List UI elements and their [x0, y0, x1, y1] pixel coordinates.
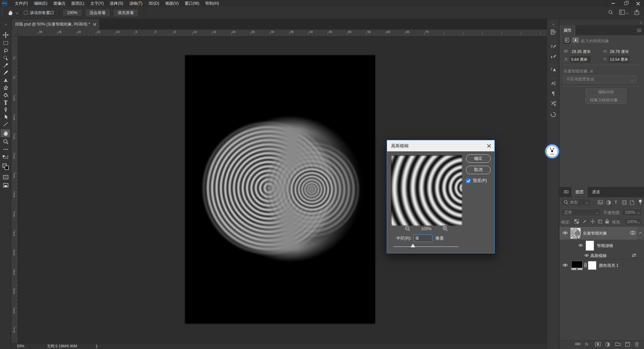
workspace-chevron[interactable]: [626, 11, 629, 14]
radius-slider-thumb[interactable]: [411, 244, 415, 247]
menu-item-9[interactable]: 视图(V): [162, 0, 182, 7]
edit-content-button[interactable]: 编辑内容: [586, 89, 627, 96]
x-input[interactable]: 5.64 厘米: [570, 56, 591, 63]
move-tool[interactable]: [2, 32, 9, 38]
filter-adjustment-icon[interactable]: [606, 200, 611, 206]
brush-tool[interactable]: [2, 69, 9, 76]
dock-expand-icon[interactable]: «: [552, 22, 554, 26]
filter-type-icon[interactable]: T: [614, 200, 617, 205]
tab-layers[interactable]: 图层: [572, 187, 588, 197]
smart-object-button[interactable]: [563, 37, 571, 44]
layer-row-vector-smart-object[interactable]: 矢量智能对象: [559, 227, 644, 240]
visibility-eye-icon[interactable]: [584, 253, 589, 258]
document-tab[interactable]: 排版.psd @ 50% (矢量智能对象, RGB/8) *: [12, 19, 99, 30]
lock-transparency-icon[interactable]: [574, 219, 579, 225]
visibility-eye-icon[interactable]: [578, 243, 583, 248]
adjustment-layer-icon[interactable]: [605, 342, 610, 348]
swirl-panel-icon[interactable]: [550, 111, 557, 118]
menu-item-8[interactable]: 3D(D): [146, 0, 162, 7]
smart-filter-icon[interactable]: [630, 231, 636, 236]
gaussian-blur-filter-row[interactable]: 高斯模糊: [559, 252, 644, 259]
dialog-close-icon[interactable]: [487, 144, 491, 148]
tool-preset-chevron[interactable]: [16, 11, 18, 14]
zoom-100-button[interactable]: 100%: [62, 9, 82, 16]
menu-item-1[interactable]: 文件(F): [12, 0, 31, 7]
panel-collapse-icon[interactable]: »: [640, 21, 641, 24]
tab-close-icon[interactable]: [93, 23, 96, 26]
layer-row-color-fill[interactable]: 颜色填充 1: [559, 260, 644, 271]
pen-tool[interactable]: [2, 106, 9, 113]
layer-comp-dropdown[interactable]: 不应用图层复合: [563, 76, 637, 83]
visibility-eye-icon[interactable]: [562, 263, 568, 268]
fill-layer-thumbnail[interactable]: [571, 261, 583, 270]
eraser-tool[interactable]: [2, 84, 9, 91]
screenmode-tool[interactable]: [2, 182, 9, 189]
dialog-title-bar[interactable]: 高斯模糊: [387, 140, 494, 151]
filter-smartobj-icon[interactable]: [630, 200, 634, 206]
tab-properties[interactable]: 属性: [559, 25, 576, 35]
radius-slider-track[interactable]: [393, 246, 459, 247]
filter-shape-icon[interactable]: [622, 200, 627, 206]
lock-image-icon[interactable]: [582, 219, 587, 225]
zoomtool-tool[interactable]: [2, 138, 9, 145]
layer-thumbnail[interactable]: [571, 228, 581, 239]
collapse-filters-chevron[interactable]: [639, 232, 642, 235]
status-zoom-level[interactable]: 50%: [11, 343, 30, 349]
menu-item-4[interactable]: 图层(L): [68, 0, 88, 7]
clipboard-panel-icon[interactable]: [550, 29, 557, 36]
bucket-tool[interactable]: [2, 92, 9, 98]
plugin-badge[interactable]: 行森志: [544, 144, 560, 159]
fill-field[interactable]: 100%: [624, 218, 642, 226]
lock-position-icon[interactable]: [590, 219, 595, 225]
menu-item-3[interactable]: 图像(I): [50, 0, 68, 7]
layer-style-icon[interactable]: fx: [585, 342, 588, 347]
lock-all-icon[interactable]: [605, 219, 609, 225]
eyedrop-tool[interactable]: [2, 62, 9, 69]
quicksel-tool[interactable]: [2, 55, 9, 61]
tab-channels[interactable]: 通道: [588, 187, 604, 197]
lock-artboard-icon[interactable]: [598, 219, 602, 225]
new-layer-icon[interactable]: [625, 342, 630, 348]
delete-layer-icon[interactable]: [635, 342, 639, 348]
workspace-icon[interactable]: [619, 10, 625, 16]
charpanel-panel-icon[interactable]: A: [550, 80, 557, 87]
document-page[interactable]: [185, 55, 375, 323]
layer-filter-type[interactable]: 类型: [561, 199, 591, 206]
add-mask-icon[interactable]: [595, 342, 601, 347]
ok-button[interactable]: 确定: [466, 154, 491, 163]
scroll-all-windows-checkbox[interactable]: [24, 11, 28, 15]
visibility-eye-icon[interactable]: [562, 231, 568, 236]
zoom-out-icon[interactable]: [405, 226, 411, 233]
smart-filter-row[interactable]: 智能滤镜: [559, 240, 644, 252]
type-tool[interactable]: [2, 99, 9, 106]
opacity-field[interactable]: 100%: [622, 209, 642, 216]
status-chevron[interactable]: ❯: [95, 344, 98, 348]
smart-filter-mask-thumbnail[interactable]: [586, 241, 594, 251]
lasso-tool[interactable]: [2, 47, 9, 54]
new-group-icon[interactable]: [615, 342, 621, 347]
selarrow-tool[interactable]: [2, 113, 9, 120]
search-icon[interactable]: [608, 10, 613, 16]
menu-item-11[interactable]: 帮助(H): [202, 0, 222, 7]
zoom-in-icon[interactable]: [442, 226, 448, 233]
link-layers-icon[interactable]: [575, 342, 581, 347]
share-icon[interactable]: [634, 9, 639, 16]
fit-screen-button[interactable]: 适合屏幕: [85, 9, 110, 17]
menu-item-5[interactable]: 文字(Y): [87, 0, 107, 7]
filter-options-icon[interactable]: [632, 253, 637, 258]
close-button[interactable]: [632, 0, 644, 7]
hand-tool[interactable]: [2, 130, 9, 137]
filter-toggle-icon[interactable]: [638, 199, 642, 206]
properties-menu-icon[interactable]: [637, 29, 641, 32]
hand-tool-icon[interactable]: [7, 10, 14, 16]
cancel-button[interactable]: 取消: [466, 166, 491, 174]
fill-screen-button[interactable]: 填充屏幕: [113, 9, 139, 17]
brushlines-panel-icon[interactable]: [550, 43, 557, 50]
menu-item-7[interactable]: 滤镜(T): [126, 0, 145, 7]
marquee-tool[interactable]: [2, 40, 9, 46]
menu-item-10[interactable]: 窗口(W): [182, 0, 202, 7]
minimize-button[interactable]: [607, 0, 619, 7]
blur-preview[interactable]: [391, 155, 462, 226]
quickmask-tool[interactable]: [2, 174, 9, 181]
restore-button[interactable]: [619, 0, 632, 7]
